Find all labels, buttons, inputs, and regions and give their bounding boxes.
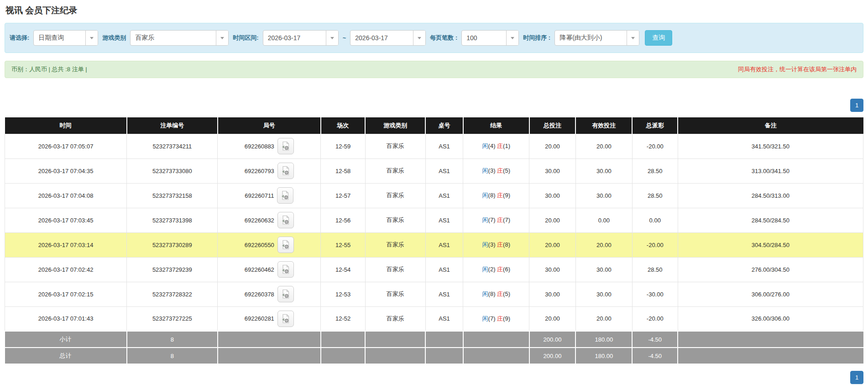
result-player: 闲	[482, 167, 488, 174]
result-player-score: (7)	[488, 216, 496, 223]
summary-empty-cell	[463, 331, 529, 348]
chevron-down-icon[interactable]	[413, 31, 425, 45]
game-type-cell: 百家乐	[365, 282, 425, 306]
col-header-1: 注单编号	[127, 117, 218, 134]
video-file-button[interactable]	[277, 311, 294, 327]
session-cell: 12-59	[321, 134, 366, 158]
round-id: 692260793	[245, 168, 274, 174]
bet-id-cell: 523273734211	[127, 134, 218, 158]
result-banker: 庄	[497, 167, 503, 174]
total-bet-link[interactable]: 30.00	[529, 183, 576, 208]
round-cell: 692260378	[218, 282, 321, 306]
game-type-value: 百家乐	[131, 31, 216, 45]
video-file-button[interactable]	[277, 163, 294, 179]
result-cell: 闲(4) 庄(1)	[463, 134, 529, 158]
total-bet-link[interactable]: 20.00	[529, 306, 576, 331]
page-size-select[interactable]: 100	[461, 30, 519, 46]
time-cell: 2026-03-17 07:04:35	[5, 158, 127, 183]
time-sort-select[interactable]: 降幂(由大到小)	[554, 30, 639, 46]
time-sort-label: 时间排序 :	[523, 34, 550, 42]
total-bet-link[interactable]: 20.00	[529, 232, 576, 257]
result-cell: 闲(8) 庄(9)	[463, 183, 529, 208]
round-cell: 692260883	[218, 134, 321, 158]
summary-total-bet-cell: 200.00	[529, 331, 576, 348]
page-size-value: 100	[462, 31, 506, 45]
date-to-select[interactable]: 2026-03-17	[350, 30, 426, 46]
summary-payout-cell: -4.50	[632, 348, 678, 364]
result-player-score: (4)	[488, 142, 496, 149]
chevron-down-icon[interactable]	[85, 31, 98, 45]
table-row: 2026-03-17 07:01:43523273727225692260281…	[5, 306, 863, 331]
total-bet-link[interactable]: 30.00	[529, 257, 576, 282]
result-player-score: (3)	[488, 241, 496, 248]
result-cell: 闲(7) 庄(7)	[463, 208, 529, 232]
table-row: 2026-03-17 07:03:14523273730289692260550…	[5, 232, 863, 257]
result-player-score: (3)	[488, 167, 496, 174]
search-button[interactable]: 查询	[645, 30, 672, 46]
chevron-down-icon[interactable]	[326, 31, 338, 45]
date-from-select[interactable]: 2026-03-17	[263, 30, 339, 46]
result-banker-score: (9)	[503, 192, 510, 199]
remark-cell: 284.50/313.00	[678, 183, 863, 208]
col-header-6: 结果	[463, 117, 529, 134]
remark-cell: 306.00/276.00	[678, 282, 863, 306]
chevron-down-icon[interactable]	[216, 31, 228, 45]
round-id: 692260632	[245, 217, 274, 224]
video-file-button[interactable]	[277, 237, 294, 253]
video-file-icon	[281, 141, 290, 151]
payout-cell: 28.50	[632, 183, 678, 208]
result-cell: 闲(8) 庄(5)	[463, 282, 529, 306]
time-cell: 2026-03-17 07:03:14	[5, 232, 127, 257]
page-title: 视讯 会员下注纪录	[5, 5, 863, 16]
video-file-button[interactable]	[277, 138, 294, 154]
remark-cell: 341.50/321.50	[678, 134, 863, 158]
bet-id-cell: 523273728322	[127, 282, 218, 306]
result-banker: 庄	[497, 142, 503, 149]
col-header-5: 桌号	[425, 117, 463, 134]
result-player-score: (8)	[488, 192, 496, 199]
result-player-score: (8)	[488, 290, 496, 297]
remark-cell: 326.00/306.00	[678, 306, 863, 331]
video-file-icon	[281, 264, 290, 274]
video-file-button[interactable]	[277, 212, 294, 228]
total-bet-link[interactable]: 20.00	[529, 134, 576, 158]
result-player-score: (7)	[488, 315, 496, 322]
summary-empty-cell	[218, 348, 321, 364]
result-banker: 庄	[497, 266, 503, 273]
bet-id-cell: 523273733080	[127, 158, 218, 183]
time-cell: 2026-03-17 07:02:42	[5, 257, 127, 282]
round-cell: 692260793	[218, 158, 321, 183]
game-type-cell: 百家乐	[365, 232, 425, 257]
chevron-down-icon[interactable]	[627, 31, 639, 45]
subtotal-row: 小计8200.00180.00-4.50	[5, 331, 863, 348]
page-1-button[interactable]: 1	[850, 371, 863, 384]
total-bet-link[interactable]: 30.00	[529, 158, 576, 183]
game-type-cell: 百家乐	[365, 208, 425, 232]
game-type-cell: 百家乐	[365, 257, 425, 282]
valid-bet-cell: 0.00	[575, 208, 632, 232]
video-file-icon	[281, 215, 290, 225]
video-file-button[interactable]	[277, 187, 293, 204]
result-banker-score: (9)	[503, 315, 510, 322]
total-bet-link[interactable]: 20.00	[529, 208, 576, 232]
payout-cell: -20.00	[632, 306, 678, 331]
chevron-down-icon[interactable]	[506, 31, 518, 45]
query-type-select[interactable]: 日期查询	[33, 30, 98, 46]
page-1-button[interactable]: 1	[850, 99, 863, 112]
bet-id-cell: 523273730289	[127, 232, 218, 257]
result-banker-score: (5)	[503, 167, 510, 174]
total-bet-link[interactable]: 30.00	[529, 282, 576, 306]
session-cell: 12-53	[321, 282, 366, 306]
table-no-cell: AS1	[425, 158, 463, 183]
game-type-select[interactable]: 百家乐	[130, 30, 229, 46]
payout-cell: -20.00	[632, 134, 678, 158]
date-range-separator: ~	[343, 35, 346, 42]
result-player: 闲	[482, 290, 488, 297]
video-file-button[interactable]	[277, 286, 294, 302]
col-header-10: 备注	[678, 117, 863, 134]
video-file-button[interactable]	[277, 261, 294, 278]
table-row: 2026-03-17 07:02:42523273729239692260462…	[5, 257, 863, 282]
result-banker: 庄	[497, 290, 503, 297]
table-no-cell: AS1	[425, 134, 463, 158]
valid-bet-cell: 20.00	[575, 306, 632, 331]
